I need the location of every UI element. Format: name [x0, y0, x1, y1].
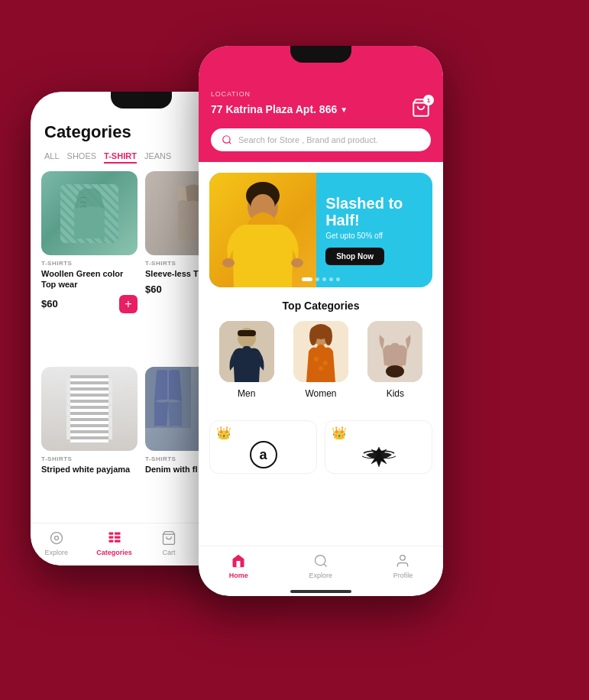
nav-label-profile: Profile — [393, 572, 413, 579]
tab-tshirt[interactable]: T-SHIRT — [104, 150, 137, 164]
chevron-down-icon: ▼ — [340, 105, 348, 114]
svg-point-30 — [291, 258, 303, 267]
nav-label-categories: Categories — [96, 549, 132, 556]
nav-explore-right[interactable]: Explore — [309, 553, 332, 579]
category-men[interactable]: Men — [219, 321, 274, 399]
tab-jeans[interactable]: JEANS — [144, 150, 171, 164]
men-image — [219, 321, 274, 382]
product-price: $60 — [145, 284, 162, 295]
location-label: LOCATION — [211, 90, 431, 98]
shop-now-button[interactable]: Shop Now — [325, 248, 384, 265]
product-price: $60 — [41, 298, 58, 309]
svg-point-44 — [386, 365, 404, 378]
categories-icon — [106, 530, 123, 546]
product-name: Woollen Green color Top wear — [41, 268, 138, 290]
search-bar[interactable]: Search for Store , Brand and product. — [211, 128, 431, 151]
notch-right — [290, 46, 351, 63]
bottom-nav-right: Home Explore — [199, 546, 443, 590]
nav-profile[interactable]: Profile — [393, 553, 413, 579]
svg-point-37 — [309, 327, 317, 345]
svg-rect-15 — [108, 536, 113, 539]
svg-line-23 — [229, 142, 231, 144]
banner-person-image — [209, 173, 316, 287]
product-category: T-SHIRTS — [41, 455, 138, 462]
category-women[interactable]: Women — [293, 321, 348, 399]
category-kids[interactable]: Kids — [367, 321, 422, 399]
home-screen: LOCATION 77 Katrina Plaza Apt. 866 ▼ 1 — [199, 46, 443, 596]
promo-banner[interactable]: Slashed to Half! Get upto 50% off Shop N… — [209, 173, 432, 287]
kids-image — [367, 321, 422, 382]
nav-categories[interactable]: Categories — [96, 530, 132, 556]
nav-home[interactable]: Home — [229, 553, 248, 579]
svg-rect-1 — [66, 378, 112, 439]
cart-badge: 1 — [423, 95, 434, 105]
dot-4 — [329, 277, 333, 281]
brands-row: 👑 a 👑 — [209, 420, 432, 474]
notch-left — [111, 92, 172, 109]
svg-point-47 — [315, 556, 325, 566]
nav-cart[interactable]: Cart — [160, 530, 177, 556]
right-body: Slashed to Half! Get upto 50% off Shop N… — [199, 162, 443, 546]
product-category: T-SHIRTS — [41, 260, 138, 267]
search-nav-icon — [312, 553, 329, 569]
svg-point-22 — [223, 136, 230, 143]
svg-point-13 — [54, 536, 58, 540]
location-row: 77 Katrina Plaza Apt. 866 ▼ 1 — [211, 98, 431, 121]
tab-all[interactable]: ALL — [44, 150, 60, 164]
search-icon — [222, 134, 232, 145]
product-card[interactable]: T-SHIRTS Striped white payjama — [41, 367, 138, 523]
nav-label-explore: Explore — [45, 549, 69, 556]
cart-icon — [160, 530, 177, 546]
address-text: 77 Katrina Plaza Apt. 866 — [211, 103, 337, 115]
product-card[interactable]: T-SHIRTS Woollen Green color Top wear $6… — [41, 171, 138, 359]
cart-icon-wrapper[interactable]: 1 — [411, 98, 431, 121]
adidas-logo: a — [250, 441, 277, 468]
svg-point-29 — [222, 258, 235, 267]
category-label-kids: Kids — [387, 388, 404, 399]
crown-icon: 👑 — [216, 426, 231, 440]
svg-rect-2 — [82, 382, 97, 436]
nav-label-cart: Cart — [163, 549, 176, 556]
armani-logo — [360, 446, 398, 468]
nav-label-explore-right: Explore — [309, 572, 332, 579]
home-icon — [230, 553, 247, 569]
svg-point-38 — [325, 327, 332, 345]
tab-shoes[interactable]: SHOES — [67, 150, 97, 164]
banner-pagination-dots — [302, 277, 340, 281]
brand-card-adidas[interactable]: 👑 a — [209, 420, 317, 474]
categories-section-title: Top Categories — [209, 300, 432, 312]
dot-3 — [322, 277, 326, 281]
svg-point-49 — [400, 556, 406, 561]
search-placeholder: Search for Store , Brand and product. — [238, 135, 378, 144]
banner-text: Slashed to Half! Get upto 50% off Shop N… — [316, 173, 432, 287]
product-image-woollen — [41, 171, 138, 255]
add-to-cart-button[interactable]: + — [119, 295, 138, 313]
product-image-striped — [41, 367, 138, 451]
banner-title: Slashed to Half! — [325, 195, 423, 228]
nav-label-home: Home — [229, 572, 248, 579]
women-image — [293, 321, 348, 382]
location-address[interactable]: 77 Katrina Plaza Apt. 866 ▼ — [211, 103, 348, 115]
product-name: Striped white payjama — [41, 464, 138, 475]
svg-rect-19 — [115, 540, 121, 543]
product-price-row: $60 + — [41, 295, 138, 313]
right-header: LOCATION 77 Katrina Plaza Apt. 866 ▼ 1 — [199, 46, 443, 162]
brand-card-armani[interactable]: 👑 — [325, 420, 432, 474]
profile-icon — [394, 553, 411, 569]
svg-rect-17 — [115, 533, 121, 535]
category-label-men: Men — [238, 388, 255, 399]
banner-subtitle: Get upto 50% off — [325, 232, 423, 240]
svg-point-39 — [314, 357, 319, 361]
dot-5 — [336, 277, 340, 281]
categories-row: Men — [209, 321, 432, 399]
right-phone: LOCATION 77 Katrina Plaza Apt. 866 ▼ 1 — [199, 46, 443, 596]
brands-section: 👑 a 👑 — [209, 411, 432, 474]
svg-point-9 — [80, 386, 99, 398]
home-indicator — [290, 590, 351, 593]
svg-rect-14 — [108, 533, 113, 535]
nav-explore[interactable]: Explore — [45, 530, 69, 556]
crown-icon-2: 👑 — [332, 426, 347, 440]
dot-2 — [316, 277, 319, 281]
svg-rect-16 — [108, 540, 113, 543]
svg-rect-18 — [115, 536, 121, 539]
